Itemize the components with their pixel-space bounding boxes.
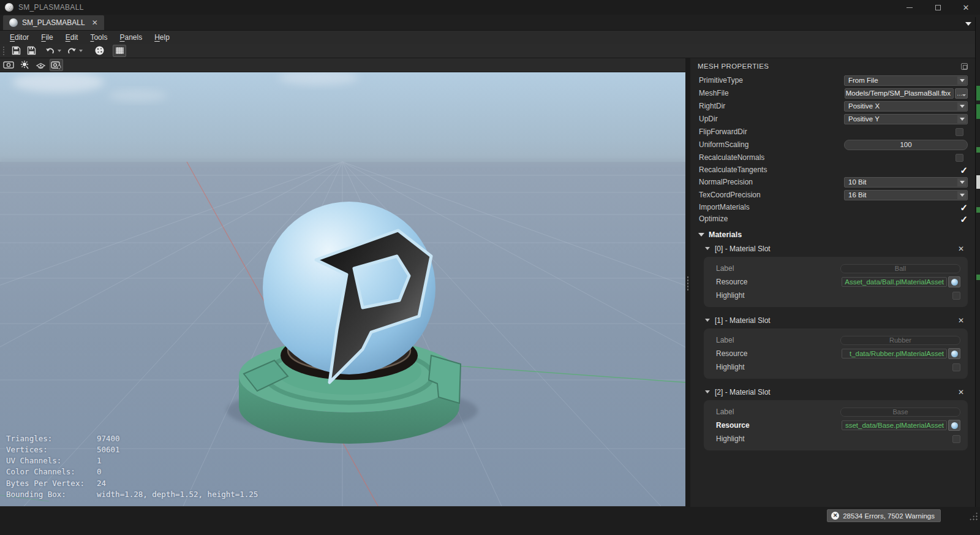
property-row: RightDir Positive X xyxy=(690,100,975,112)
texcoord-precision-dropdown[interactable]: 16 Bit xyxy=(844,190,968,200)
engine-logo-icon xyxy=(94,45,105,56)
optimize-checkbox[interactable]: ✓ xyxy=(960,214,968,224)
property-row: RecalculateNormals xyxy=(690,151,975,164)
menu-editor[interactable]: Editor xyxy=(4,31,35,44)
grid-icon xyxy=(115,47,124,55)
remove-slot-icon[interactable]: ✕ xyxy=(958,316,964,325)
app-logo-icon xyxy=(5,3,13,12)
mesh-stats-overlay: Triangles:97400 Vertices:50601 UV Channe… xyxy=(6,433,258,500)
environment-button[interactable] xyxy=(34,59,47,71)
browse-file-button[interactable]: … xyxy=(955,88,968,99)
menu-edit[interactable]: Edit xyxy=(59,31,85,44)
minimize-button[interactable] xyxy=(895,0,924,15)
menu-panels[interactable]: Panels xyxy=(113,31,148,44)
grid-toggle-button[interactable] xyxy=(113,45,126,57)
panel-splitter[interactable] xyxy=(685,58,690,507)
primitive-type-dropdown[interactable]: From File xyxy=(844,75,968,86)
undock-panel-icon[interactable] xyxy=(961,63,968,70)
recalculate-tangents-checkbox[interactable]: ✓ xyxy=(960,165,968,175)
mesh-file-input[interactable]: Models/Temp/SM_PlasmaBall.fbx xyxy=(845,88,954,99)
minimize-icon xyxy=(907,7,913,8)
property-label: PrimitiveType xyxy=(699,76,825,85)
camera-settings-icon xyxy=(51,61,62,70)
normal-precision-dropdown[interactable]: 10 Bit xyxy=(844,177,968,188)
render-settings-button[interactable] xyxy=(50,59,63,71)
tab-close-icon[interactable]: ✕ xyxy=(92,18,98,27)
import-materials-checkbox[interactable]: ✓ xyxy=(960,203,968,212)
material-label-field[interactable]: Ball xyxy=(840,264,960,273)
redo-dropdown-icon[interactable] xyxy=(79,50,83,52)
dropdown-caret-icon xyxy=(957,102,967,110)
highlight-checkbox[interactable] xyxy=(952,435,960,443)
camera-view-button[interactable] xyxy=(2,59,15,71)
undo-button[interactable] xyxy=(43,45,57,57)
collapse-caret-icon xyxy=(705,247,710,250)
recalculate-normals-checkbox[interactable] xyxy=(956,154,963,162)
remove-slot-icon[interactable]: ✕ xyxy=(958,245,964,253)
highlight-checkbox[interactable] xyxy=(952,292,960,300)
property-label: Optimize xyxy=(699,214,825,223)
material-thumbnail-icon xyxy=(951,422,958,429)
viewport-toolbar xyxy=(0,58,685,72)
tab-list-dropdown-icon[interactable] xyxy=(965,22,971,26)
toolbar-drag-handle[interactable] xyxy=(2,46,6,56)
tab-label: SM_PLASMABALL xyxy=(22,18,85,27)
material-label-field[interactable]: Base xyxy=(840,408,960,417)
material-resource-field[interactable]: sset_data/Base.plMaterialAsset xyxy=(842,420,947,430)
undo-dropdown-icon[interactable] xyxy=(58,50,61,52)
menu-file[interactable]: File xyxy=(35,31,59,44)
property-row: ImportMaterials ✓ xyxy=(690,202,975,213)
mesh-properties-panel: MESH PROPERTIES PrimitiveType From File … xyxy=(690,58,975,507)
3d-scene-view[interactable]: Triangles:97400 Vertices:50601 UV Channe… xyxy=(0,72,685,506)
material-slot-header[interactable]: [1] - Material Slot ✕ xyxy=(704,315,968,325)
window-resize-grip[interactable] xyxy=(969,512,978,520)
menu-help[interactable]: Help xyxy=(148,31,176,44)
material-resource-field[interactable]: t_data/Rubber.plMaterialAsset xyxy=(842,349,947,359)
property-label: UniformScaling xyxy=(699,140,825,149)
environment-icon xyxy=(36,61,46,70)
viewport-panel: Triangles:97400 Vertices:50601 UV Channe… xyxy=(0,58,685,507)
save-button[interactable] xyxy=(9,45,23,57)
materials-group-header[interactable]: Materials xyxy=(690,228,975,241)
asset-picker-button[interactable] xyxy=(948,420,960,431)
remove-slot-icon[interactable]: ✕ xyxy=(958,388,964,397)
docked-panel-edge xyxy=(975,17,980,524)
error-circle-icon xyxy=(831,512,839,520)
flip-forward-dir-checkbox[interactable] xyxy=(956,128,963,136)
document-tab-bar: SM_PLASMABALL ✕ xyxy=(0,15,980,31)
maximize-button[interactable] xyxy=(924,0,952,15)
material-slot-1: [1] - Material Slot ✕ Label Rubber Resou… xyxy=(704,315,968,379)
property-label: ImportMaterials xyxy=(699,203,825,211)
save-all-button[interactable] xyxy=(24,45,38,57)
property-label: RightDir xyxy=(699,102,825,110)
panel-header: MESH PROPERTIES xyxy=(690,58,975,74)
asset-picker-button[interactable] xyxy=(948,276,960,287)
close-button[interactable]: ✕ xyxy=(952,0,980,15)
main-toolbar xyxy=(0,44,980,58)
highlight-checkbox[interactable] xyxy=(952,363,960,371)
close-icon: ✕ xyxy=(963,4,970,12)
material-slot-header[interactable]: [0] - Material Slot ✕ xyxy=(704,243,968,254)
lighting-button[interactable] xyxy=(18,59,31,71)
menu-tools[interactable]: Tools xyxy=(84,31,113,44)
material-label-field[interactable]: Rubber xyxy=(840,336,960,345)
camera-icon xyxy=(3,61,14,69)
property-label: RecalculateNormals xyxy=(699,153,825,162)
property-row: UniformScaling 100 xyxy=(690,138,975,151)
material-slot-2: [2] - Material Slot ✕ Label Base Resourc… xyxy=(704,387,968,450)
dropdown-caret-icon xyxy=(957,77,967,85)
property-label: RecalculateTangents xyxy=(699,165,825,174)
redo-button[interactable] xyxy=(65,45,78,57)
save-all-icon xyxy=(27,46,36,55)
uniform-scaling-input[interactable]: 100 xyxy=(844,140,968,150)
property-row: Optimize ✓ xyxy=(690,213,975,224)
asset-picker-button[interactable] xyxy=(948,348,960,359)
engine-logo-button[interactable] xyxy=(92,45,106,57)
up-dir-dropdown[interactable]: Positive Y xyxy=(844,114,968,124)
errors-warnings-badge[interactable]: 28534 Errors, 7502 Warnings xyxy=(827,509,941,522)
tab-sm-plasmaball[interactable]: SM_PLASMABALL ✕ xyxy=(3,15,104,30)
right-dir-dropdown[interactable]: Positive X xyxy=(844,101,968,112)
material-resource-field[interactable]: Asset_data/Ball.plMaterialAsset xyxy=(842,277,947,287)
status-bar: 28534 Errors, 7502 Warnings xyxy=(0,507,980,535)
material-slot-header[interactable]: [2] - Material Slot ✕ xyxy=(704,387,968,397)
